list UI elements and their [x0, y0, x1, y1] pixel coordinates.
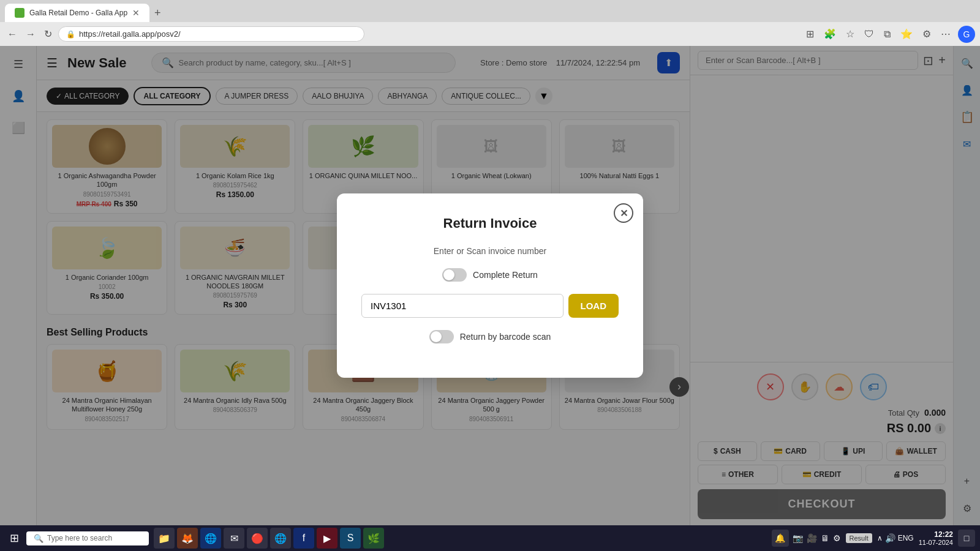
invoice-number-input[interactable] — [361, 294, 564, 318]
taskbar-apps: 📁 🦊 🌐 ✉ 🔴 🌐 f ▶ S 🌿 — [154, 528, 384, 549]
toggle-knob — [431, 331, 442, 342]
taskbar-app-skype[interactable]: S — [340, 528, 361, 549]
forward-button[interactable]: → — [23, 26, 38, 42]
load-button[interactable]: LOAD — [568, 294, 619, 318]
url-text: https://retail.galla.app/posv2/ — [79, 29, 181, 39]
tab-favicon — [15, 8, 24, 18]
taskbar-monitor-icon: 🖥 — [821, 533, 829, 543]
taskbar-app-facebook[interactable]: f — [293, 528, 314, 549]
more-icon[interactable]: ⋯ — [938, 26, 953, 42]
taskbar-app-firefox[interactable]: 🦊 — [177, 528, 198, 549]
extensions-icon[interactable]: 🧩 — [821, 26, 839, 42]
taskbar-right: 🔔 📷 🎥 🖥 ⚙ Result ∧ 🔊 ENG 12:22 11-07-202… — [772, 530, 975, 547]
start-button[interactable]: ⊞ — [5, 529, 24, 547]
browser-chrome: Galla Retail Demo - Galla App ✕ + ← → ↻ … — [0, 0, 980, 46]
taskbar-show-desktop[interactable]: □ — [958, 530, 975, 547]
toggle-knob — [443, 269, 454, 280]
taskbar-video-icon: 🎥 — [807, 533, 817, 543]
taskbar-date: 11-07-2024 — [919, 539, 953, 546]
taskbar-app-edge[interactable]: 🌐 — [200, 528, 221, 549]
invoice-input-row: LOAD — [361, 294, 619, 318]
browser-tab-bar: Galla Retail Demo - Galla App ✕ + — [0, 0, 980, 22]
taskbar-search-label: Type here to search — [47, 534, 112, 542]
chevron-icon: ∧ — [877, 534, 883, 542]
barcode-scan-label: Return by barcode scan — [460, 332, 551, 342]
taskbar-app-email[interactable]: ✉ — [224, 528, 244, 549]
lock-icon: 🔒 — [66, 30, 75, 39]
taskbar-search[interactable]: 🔍 Type here to search — [26, 531, 149, 545]
taskbar-systray: 🔔 📷 🎥 🖥 ⚙ — [772, 530, 841, 547]
modal-overlay[interactable]: ✕ Return Invoice Enter or Scan invoice n… — [0, 46, 980, 525]
complete-return-toggle-row: Complete Return — [361, 268, 619, 282]
return-invoice-modal: ✕ Return Invoice Enter or Scan invoice n… — [337, 193, 643, 378]
barcode-scan-toggle[interactable] — [429, 330, 454, 343]
volume-icon: 🔊 — [885, 533, 895, 543]
taskbar-app-file-explorer[interactable]: 📁 — [154, 528, 175, 549]
shield-icon[interactable]: 🛡 — [862, 26, 876, 42]
taskbar-app-chrome[interactable]: 🌐 — [270, 528, 291, 549]
complete-return-label: Complete Return — [473, 270, 538, 280]
complete-return-toggle[interactable] — [442, 268, 467, 282]
taskbar-search-icon: 🔍 — [34, 534, 43, 543]
taskbar-clock: 12:22 11-07-2024 — [919, 530, 953, 546]
taskbar-app-green[interactable]: 🌿 — [363, 528, 384, 549]
address-bar[interactable]: 🔒 https://retail.galla.app/posv2/ — [58, 26, 364, 42]
modal-close-button[interactable]: ✕ — [614, 203, 633, 223]
refresh-button[interactable]: ↻ — [42, 26, 55, 42]
back-button[interactable]: ← — [5, 26, 20, 42]
nav-actions: ⊞ 🧩 ☆ 🛡 ⧉ ⭐ ⚙ ⋯ G — [804, 26, 975, 43]
language-label: ENG — [898, 534, 914, 542]
browser-nav-bar: ← → ↻ 🔒 https://retail.galla.app/posv2/ … — [0, 22, 980, 46]
modal-subtitle: Enter or Scan invoice number — [361, 246, 619, 256]
taskbar-camera-icon: 📷 — [793, 533, 803, 543]
browser-tab[interactable]: Galla Retail Demo - Galla App ✕ — [5, 4, 149, 22]
star-icon[interactable]: ☆ — [843, 26, 857, 42]
favorites-icon[interactable]: ⭐ — [898, 26, 915, 42]
barcode-scan-toggle-row: Return by barcode scan — [361, 330, 619, 343]
taskbar-time: 12:22 — [919, 530, 953, 539]
settings-icon[interactable]: ⚙ — [920, 26, 933, 42]
taskbar: ⊞ 🔍 Type here to search 📁 🦊 🌐 ✉ 🔴 🌐 f ▶ … — [0, 525, 980, 551]
taskbar-app-youtube[interactable]: ▶ — [317, 528, 337, 549]
taskbar-result-label: Result — [846, 533, 872, 543]
modal-title: Return Invoice — [361, 216, 619, 231]
tab-close-icon[interactable]: ✕ — [132, 8, 140, 18]
profile-avatar[interactable]: G — [958, 26, 975, 43]
taskbar-volume-area: ∧ 🔊 ENG — [877, 533, 914, 543]
taskbar-notification-icon[interactable]: 🔔 — [772, 530, 789, 547]
new-tab-button[interactable]: + — [149, 4, 166, 22]
grid-icon[interactable]: ⊞ — [804, 26, 816, 42]
split-view-icon[interactable]: ⧉ — [881, 26, 893, 42]
tab-title: Galla Retail Demo - Galla App — [29, 9, 127, 17]
taskbar-app-red[interactable]: 🔴 — [247, 528, 268, 549]
taskbar-settings-icon: ⚙ — [833, 533, 841, 543]
